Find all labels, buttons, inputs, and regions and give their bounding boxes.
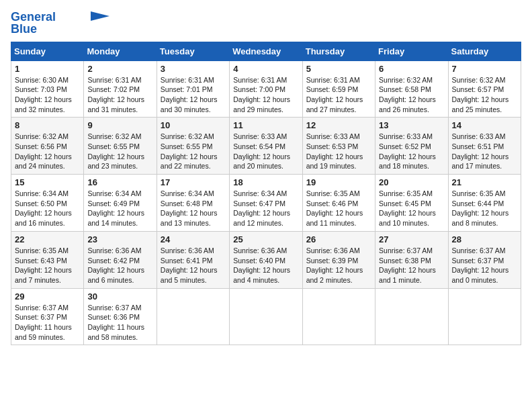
day-info: Sunrise: 6:32 AM Sunset: 6:56 PM Dayligh… bbox=[15, 132, 80, 171]
day-info: Sunrise: 6:36 AM Sunset: 6:40 PM Dayligh… bbox=[233, 246, 298, 285]
calendar-cell: 24 Sunrise: 6:36 AM Sunset: 6:41 PM Dayl… bbox=[157, 231, 229, 288]
weekday-thursday: Thursday bbox=[302, 42, 375, 60]
calendar-cell: 30 Sunrise: 6:37 AM Sunset: 6:36 PM Dayl… bbox=[84, 288, 157, 345]
calendar-cell: 5 Sunrise: 6:31 AM Sunset: 6:59 PM Dayli… bbox=[302, 60, 375, 118]
calendar-cell: 26 Sunrise: 6:36 AM Sunset: 6:39 PM Dayl… bbox=[302, 231, 375, 288]
day-info: Sunrise: 6:34 AM Sunset: 6:47 PM Dayligh… bbox=[233, 189, 298, 228]
day-number: 14 bbox=[452, 120, 517, 130]
day-number: 4 bbox=[233, 64, 298, 74]
logo-icon bbox=[91, 11, 109, 21]
day-number: 27 bbox=[379, 234, 444, 244]
calendar-body: 1 Sunrise: 6:30 AM Sunset: 7:03 PM Dayli… bbox=[11, 60, 521, 345]
weekday-friday: Friday bbox=[375, 42, 448, 60]
calendar-cell: 23 Sunrise: 6:36 AM Sunset: 6:42 PM Dayl… bbox=[84, 231, 157, 288]
day-number: 22 bbox=[15, 234, 80, 244]
calendar-cell: 16 Sunrise: 6:34 AM Sunset: 6:49 PM Dayl… bbox=[84, 175, 157, 232]
day-info: Sunrise: 6:32 AM Sunset: 6:58 PM Dayligh… bbox=[379, 75, 444, 115]
day-info: Sunrise: 6:30 AM Sunset: 7:03 PM Dayligh… bbox=[15, 75, 80, 115]
day-info: Sunrise: 6:33 AM Sunset: 6:51 PM Dayligh… bbox=[452, 132, 517, 171]
day-info: Sunrise: 6:34 AM Sunset: 6:50 PM Dayligh… bbox=[15, 189, 80, 228]
weekday-tuesday: Tuesday bbox=[157, 42, 229, 60]
calendar-cell: 18 Sunrise: 6:34 AM Sunset: 6:47 PM Dayl… bbox=[230, 175, 302, 232]
day-number: 17 bbox=[161, 177, 226, 187]
calendar-cell: 8 Sunrise: 6:32 AM Sunset: 6:56 PM Dayli… bbox=[11, 118, 84, 175]
calendar-cell: 14 Sunrise: 6:33 AM Sunset: 6:51 PM Dayl… bbox=[448, 118, 521, 175]
day-info: Sunrise: 6:36 AM Sunset: 6:41 PM Dayligh… bbox=[161, 246, 226, 285]
week-row-1: 1 Sunrise: 6:30 AM Sunset: 7:03 PM Dayli… bbox=[11, 60, 521, 118]
calendar-cell: 9 Sunrise: 6:32 AM Sunset: 6:55 PM Dayli… bbox=[84, 118, 157, 175]
calendar-cell: 25 Sunrise: 6:36 AM Sunset: 6:40 PM Dayl… bbox=[230, 231, 302, 288]
calendar-cell: 13 Sunrise: 6:33 AM Sunset: 6:52 PM Dayl… bbox=[375, 118, 448, 175]
day-info: Sunrise: 6:34 AM Sunset: 6:48 PM Dayligh… bbox=[161, 189, 226, 228]
day-number: 1 bbox=[15, 64, 80, 74]
calendar-cell: 19 Sunrise: 6:35 AM Sunset: 6:46 PM Dayl… bbox=[302, 175, 375, 232]
day-info: Sunrise: 6:32 AM Sunset: 6:55 PM Dayligh… bbox=[161, 132, 226, 171]
calendar-cell: 22 Sunrise: 6:35 AM Sunset: 6:43 PM Dayl… bbox=[11, 231, 84, 288]
day-number: 15 bbox=[15, 177, 80, 187]
day-number: 2 bbox=[87, 64, 152, 74]
calendar-cell: 11 Sunrise: 6:33 AM Sunset: 6:54 PM Dayl… bbox=[230, 118, 302, 175]
day-number: 3 bbox=[161, 64, 226, 74]
day-info: Sunrise: 6:35 AM Sunset: 6:45 PM Dayligh… bbox=[379, 189, 444, 228]
day-info: Sunrise: 6:37 AM Sunset: 6:38 PM Dayligh… bbox=[379, 246, 444, 285]
day-number: 19 bbox=[306, 177, 371, 187]
day-info: Sunrise: 6:33 AM Sunset: 6:53 PM Dayligh… bbox=[306, 132, 371, 171]
calendar-cell: 12 Sunrise: 6:33 AM Sunset: 6:53 PM Dayl… bbox=[302, 118, 375, 175]
calendar-cell: 28 Sunrise: 6:37 AM Sunset: 6:37 PM Dayl… bbox=[448, 231, 521, 288]
week-row-2: 8 Sunrise: 6:32 AM Sunset: 6:56 PM Dayli… bbox=[11, 118, 521, 175]
day-info: Sunrise: 6:31 AM Sunset: 7:02 PM Dayligh… bbox=[87, 75, 152, 115]
day-number: 8 bbox=[15, 120, 80, 130]
svg-marker-0 bbox=[91, 11, 109, 21]
calendar-cell bbox=[230, 288, 302, 345]
weekday-sunday: Sunday bbox=[11, 42, 84, 60]
calendar-cell: 6 Sunrise: 6:32 AM Sunset: 6:58 PM Dayli… bbox=[375, 60, 448, 118]
day-number: 30 bbox=[87, 291, 152, 302]
day-info: Sunrise: 6:35 AM Sunset: 6:44 PM Dayligh… bbox=[452, 189, 517, 228]
calendar-cell bbox=[302, 288, 375, 345]
day-number: 18 bbox=[233, 177, 298, 187]
day-number: 12 bbox=[306, 120, 371, 130]
day-info: Sunrise: 6:31 AM Sunset: 7:01 PM Dayligh… bbox=[161, 75, 226, 115]
weekday-wednesday: Wednesday bbox=[230, 42, 302, 60]
day-number: 23 bbox=[87, 234, 152, 244]
day-info: Sunrise: 6:35 AM Sunset: 6:43 PM Dayligh… bbox=[15, 246, 80, 285]
calendar-cell: 4 Sunrise: 6:31 AM Sunset: 7:00 PM Dayli… bbox=[230, 60, 302, 118]
header-area: General Blue bbox=[11, 11, 521, 36]
week-row-5: 29 Sunrise: 6:37 AM Sunset: 6:37 PM Dayl… bbox=[11, 288, 521, 345]
day-number: 26 bbox=[306, 234, 371, 244]
calendar-cell: 3 Sunrise: 6:31 AM Sunset: 7:01 PM Dayli… bbox=[157, 60, 229, 118]
day-number: 16 bbox=[87, 177, 152, 187]
day-info: Sunrise: 6:35 AM Sunset: 6:46 PM Dayligh… bbox=[306, 189, 371, 228]
weekday-saturday: Saturday bbox=[448, 42, 521, 60]
calendar-cell: 7 Sunrise: 6:32 AM Sunset: 6:57 PM Dayli… bbox=[448, 60, 521, 118]
calendar-cell bbox=[375, 288, 448, 345]
day-info: Sunrise: 6:36 AM Sunset: 6:39 PM Dayligh… bbox=[306, 246, 371, 285]
calendar-cell bbox=[448, 288, 521, 345]
day-info: Sunrise: 6:36 AM Sunset: 6:42 PM Dayligh… bbox=[87, 246, 152, 285]
day-info: Sunrise: 6:31 AM Sunset: 7:00 PM Dayligh… bbox=[233, 75, 298, 115]
day-info: Sunrise: 6:33 AM Sunset: 6:54 PM Dayligh… bbox=[233, 132, 298, 171]
calendar-cell: 17 Sunrise: 6:34 AM Sunset: 6:48 PM Dayl… bbox=[157, 175, 229, 232]
day-info: Sunrise: 6:32 AM Sunset: 6:55 PM Dayligh… bbox=[87, 132, 152, 171]
day-number: 29 bbox=[15, 291, 80, 302]
day-info: Sunrise: 6:33 AM Sunset: 6:52 PM Dayligh… bbox=[379, 132, 444, 171]
week-row-4: 22 Sunrise: 6:35 AM Sunset: 6:43 PM Dayl… bbox=[11, 231, 521, 288]
logo: General Blue bbox=[11, 11, 109, 36]
day-number: 20 bbox=[379, 177, 444, 187]
weekday-monday: Monday bbox=[84, 42, 157, 60]
day-number: 21 bbox=[452, 177, 517, 187]
calendar-cell: 1 Sunrise: 6:30 AM Sunset: 7:03 PM Dayli… bbox=[11, 60, 84, 118]
day-number: 10 bbox=[161, 120, 226, 130]
day-info: Sunrise: 6:37 AM Sunset: 6:37 PM Dayligh… bbox=[452, 246, 517, 285]
day-number: 28 bbox=[452, 234, 517, 244]
day-number: 5 bbox=[306, 64, 371, 74]
calendar-cell: 29 Sunrise: 6:37 AM Sunset: 6:37 PM Dayl… bbox=[11, 288, 84, 345]
day-info: Sunrise: 6:31 AM Sunset: 6:59 PM Dayligh… bbox=[306, 75, 371, 115]
day-number: 25 bbox=[233, 234, 298, 244]
day-number: 13 bbox=[379, 120, 444, 130]
day-info: Sunrise: 6:37 AM Sunset: 6:36 PM Dayligh… bbox=[87, 303, 152, 342]
calendar-cell: 10 Sunrise: 6:32 AM Sunset: 6:55 PM Dayl… bbox=[157, 118, 229, 175]
calendar-cell: 15 Sunrise: 6:34 AM Sunset: 6:50 PM Dayl… bbox=[11, 175, 84, 232]
calendar-cell: 21 Sunrise: 6:35 AM Sunset: 6:44 PM Dayl… bbox=[448, 175, 521, 232]
week-row-3: 15 Sunrise: 6:34 AM Sunset: 6:50 PM Dayl… bbox=[11, 175, 521, 232]
